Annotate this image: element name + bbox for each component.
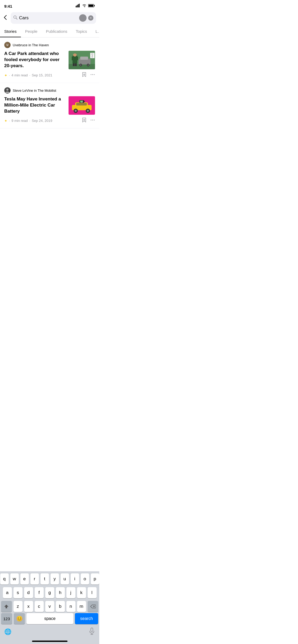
- article-thumbnail[interactable]: [69, 96, 95, 115]
- svg-point-22: [88, 65, 89, 66]
- svg-rect-12: [73, 53, 77, 57]
- more-options-button[interactable]: [90, 118, 95, 124]
- signal-icon: [76, 4, 80, 8]
- back-button[interactable]: [2, 14, 8, 22]
- read-time: 4 min read: [11, 73, 28, 77]
- svg-rect-15: [73, 63, 75, 66]
- user-avatar: [79, 14, 87, 22]
- member-star-icon: ✦: [4, 119, 7, 123]
- author-name[interactable]: Uvebruce: [13, 43, 28, 47]
- tab-publications[interactable]: Publications: [42, 26, 71, 37]
- svg-rect-18: [80, 57, 88, 60]
- publication-name[interactable]: The Haven: [32, 43, 49, 47]
- thumb-car-park-image: ZOO CAR PARK: [69, 51, 95, 69]
- svg-line-8: [16, 18, 17, 20]
- svg-point-48: [92, 120, 93, 121]
- articles-container: U Uvebruce in The Haven A Car Park atten…: [0, 38, 99, 128]
- svg-point-31: [94, 74, 95, 75]
- meta-actions: [82, 72, 95, 79]
- article-author-line: U Uvebruce in The Haven: [4, 42, 95, 48]
- author-avatar: [4, 87, 11, 94]
- svg-text:CAR: CAR: [91, 55, 93, 56]
- article-title[interactable]: A Car Park attendant who fooled everybod…: [4, 51, 65, 69]
- svg-rect-13: [72, 57, 73, 60]
- article-meta: ✦ · 9 min read · Sep 24, 2019: [4, 117, 95, 124]
- svg-point-20: [80, 65, 82, 66]
- svg-rect-2: [78, 4, 79, 7]
- search-input-wrapper[interactable]: ×: [11, 12, 96, 24]
- publication-name[interactable]: The Mobilist: [38, 89, 56, 93]
- tab-lists[interactable]: L…: [91, 26, 99, 37]
- search-icon: [13, 15, 17, 21]
- svg-point-49: [94, 120, 95, 121]
- svg-rect-16: [75, 63, 77, 66]
- avatar-steve: [4, 87, 11, 94]
- svg-rect-42: [84, 101, 85, 102]
- avatar-uvebruce: U: [4, 42, 11, 48]
- status-time: 9:41: [4, 4, 12, 8]
- status-icons: [76, 4, 95, 8]
- thumb-tesla-image: [69, 96, 95, 115]
- svg-text:ZOO: ZOO: [91, 53, 94, 55]
- article-body: A Car Park attendant who fooled everybod…: [4, 51, 95, 69]
- member-star-icon: ✦: [4, 73, 7, 77]
- svg-rect-1: [77, 5, 78, 7]
- bookmark-button[interactable]: [82, 72, 87, 79]
- tab-topics[interactable]: Topics: [71, 26, 91, 37]
- status-bar: 9:41: [0, 0, 99, 10]
- svg-point-36: [75, 110, 77, 112]
- tabs-container: Stories People Publications Topics L…: [0, 26, 99, 38]
- publish-date: Sep 15, 2021: [32, 73, 52, 77]
- article-thumbnail[interactable]: ZOO CAR PARK: [69, 51, 95, 69]
- svg-point-30: [92, 74, 93, 75]
- search-input[interactable]: [19, 15, 78, 21]
- author-name[interactable]: Steve LeVine: [13, 89, 33, 93]
- svg-rect-5: [94, 5, 95, 6]
- meta-actions: [82, 117, 95, 124]
- clear-button[interactable]: ×: [88, 15, 93, 21]
- author-text: Steve LeVine in The Mobilist: [13, 89, 56, 93]
- svg-point-38: [87, 110, 89, 112]
- svg-rect-3: [79, 4, 80, 7]
- article-author-line: Steve LeVine in The Mobilist: [4, 87, 95, 94]
- tab-people[interactable]: People: [21, 26, 42, 37]
- publish-date: Sep 24, 2019: [32, 119, 52, 123]
- read-time: 9 min read: [11, 119, 28, 123]
- article-title[interactable]: Tesla May Have Invented a Million-Mile E…: [4, 96, 65, 114]
- article-meta: ✦ · 4 min read · Sep 15, 2021: [4, 72, 95, 79]
- svg-point-29: [91, 74, 92, 75]
- svg-rect-0: [76, 6, 76, 7]
- article-item: U Uvebruce in The Haven A Car Park atten…: [0, 38, 99, 83]
- wifi-icon: [82, 4, 87, 8]
- svg-rect-14: [76, 57, 78, 60]
- article-item: Steve LeVine in The Mobilist Tesla May H…: [0, 83, 99, 128]
- search-bar-container: ×: [0, 10, 99, 26]
- svg-point-32: [6, 89, 8, 91]
- author-avatar: U: [4, 42, 11, 48]
- svg-rect-39: [76, 103, 87, 105]
- svg-rect-6: [89, 5, 93, 7]
- battery-icon: [88, 4, 95, 8]
- more-options-button[interactable]: [90, 72, 95, 78]
- bookmark-button[interactable]: [82, 117, 87, 124]
- author-text: Uvebruce in The Haven: [13, 43, 49, 47]
- svg-text:PARK: PARK: [91, 57, 93, 58]
- tab-stories[interactable]: Stories: [0, 26, 21, 37]
- article-body: Tesla May Have Invented a Million-Mile E…: [4, 96, 95, 115]
- svg-point-47: [91, 120, 92, 121]
